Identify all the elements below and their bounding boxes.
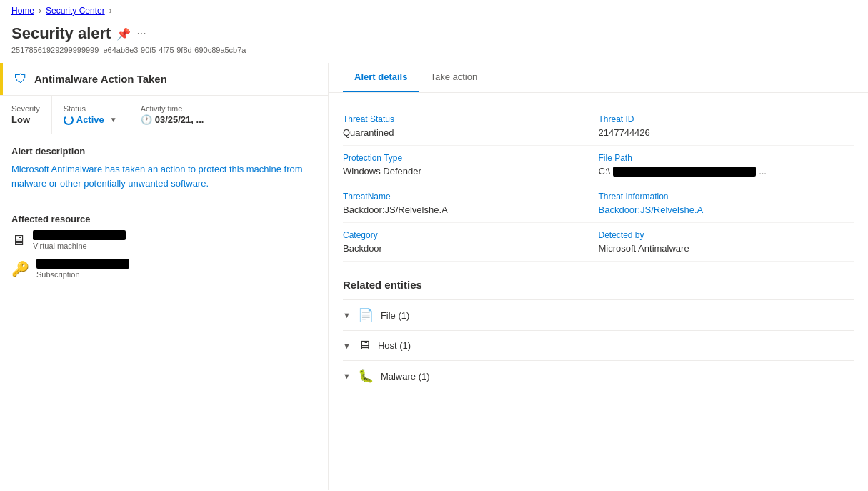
category-cell: Category Backdoor [343,223,599,262]
tab-alert-details[interactable]: Alert details [343,63,419,92]
severity-label: Severity [11,104,40,113]
key-icon: 🔑 [11,260,29,277]
host-label: Host (1) [378,340,411,351]
breadcrumb-sep2: › [109,6,112,16]
threat-id-label: Threat ID [599,114,854,124]
file-path-value: C:\ ... [599,166,854,177]
activity-label: Activity time [141,104,204,113]
severity-value: Low [11,114,40,125]
breadcrumb-home[interactable]: Home [11,6,34,16]
activity-value: 🕐 03/25/21, ... [141,114,204,125]
breadcrumb: Home › Security Center › [0,0,868,21]
entity-host[interactable]: ▼ 🖥 Host (1) [343,330,854,360]
threat-status-cell: Threat Status Quarantined [343,107,599,146]
pin-icon[interactable]: 📌 [116,27,131,41]
entity-file[interactable]: ▼ 📄 File (1) [343,299,854,330]
file-label: File (1) [381,310,409,321]
category-label: Category [343,230,599,240]
status-meta: Status Active ▼ [52,96,129,134]
description-text: Microsoft Antimalware has taken an actio… [11,162,316,190]
alert-title-section: 🛡 Antimalware Action Taken [0,63,328,95]
threat-name-value: Backdoor:JS/Relvelshe.A [343,204,599,215]
sub-info: Subscription [36,259,129,279]
status-label: Status [64,104,117,113]
threat-id-cell: Threat ID 2147744426 [599,107,854,146]
threat-status-value: Quarantined [343,127,599,138]
malware-icon: 🐛 [358,368,374,384]
sub-resource: 🔑 Subscription [11,259,316,279]
file-chevron: ▼ [343,311,351,319]
detected-by-cell: Detected by Microsoft Antimalware [599,223,854,262]
related-entities-section: Related entities ▼ 📄 File (1) ▼ 🖥 Host (… [343,279,854,391]
vm-resource: 🖥 Virtual machine [11,230,316,250]
detected-by-value: Microsoft Antimalware [599,243,854,254]
malware-label: Malware (1) [381,371,430,382]
threat-id-value: 2147744426 [599,127,854,138]
affected-resource-title: Affected resource [11,214,316,224]
activity-meta: Activity time 🕐 03/25/21, ... [129,96,216,134]
sub-name-redacted [36,259,129,269]
threat-info-value[interactable]: Backdoor:JS/Relvelshe.A [599,204,854,215]
divider1 [11,202,316,202]
file-icon: 📄 [358,307,374,323]
category-value: Backdoor [343,243,599,254]
main-layout: 🛡 Antimalware Action Taken Severity Low … [0,63,868,490]
threat-name-label: ThreatName [343,192,599,202]
detected-by-label: Detected by [599,230,854,240]
status-chevron[interactable]: ▼ [110,116,117,124]
right-panel: Alert details Take action Threat Status … [329,63,868,490]
status-spinner [64,115,74,125]
breadcrumb-security-center[interactable]: Security Center [46,6,105,16]
page-title: Security alert [11,24,111,43]
malware-chevron: ▼ [343,372,351,380]
threat-info-label: Threat Information [599,192,854,202]
protection-type-label: Protection Type [343,153,599,163]
severity-meta: Severity Low [0,96,52,134]
alert-id: 25178561929299999999_e64ab8e3-90f5-4f75-… [11,46,857,54]
details-grid: Threat Status Quarantined Threat ID 2147… [343,107,854,262]
vm-type: Virtual machine [33,242,126,250]
host-icon: 🖥 [358,338,371,353]
tab-take-action[interactable]: Take action [419,63,489,92]
entity-malware[interactable]: ▼ 🐛 Malware (1) [343,360,854,391]
file-path-redacted [613,167,756,177]
related-entities-title: Related entities [343,279,854,291]
breadcrumb-sep1: › [39,6,41,16]
vm-name-redacted [33,230,126,240]
alert-meta: Severity Low Status Active ▼ Activity ti… [0,95,328,134]
page-header: Security alert 📌 ··· 2517856192929999999… [0,21,868,63]
left-panel: 🛡 Antimalware Action Taken Severity Low … [0,63,329,490]
file-path-label: File Path [599,153,854,163]
clock-icon: 🕐 [141,114,152,125]
threat-status-label: Threat Status [343,114,599,124]
description-title: Alert description [11,146,316,157]
protection-type-value: Windows Defender [343,166,599,177]
sub-type: Subscription [36,270,129,279]
more-icon[interactable]: ··· [136,27,146,40]
file-path-cell: File Path C:\ ... [599,146,854,184]
threat-info-cell: Threat Information Backdoor:JS/Relvelshe… [599,184,854,223]
status-value: Active ▼ [64,114,117,125]
right-content: Threat Status Quarantined Threat ID 2147… [329,93,868,490]
tabs: Alert details Take action [329,63,868,93]
alert-content: Alert description Microsoft Antimalware … [0,134,328,490]
protection-type-cell: Protection Type Windows Defender [343,146,599,184]
alert-title: Antimalware Action Taken [34,73,167,85]
host-chevron: ▼ [343,342,351,350]
shield-icon: 🛡 [14,71,27,86]
threat-name-cell: ThreatName Backdoor:JS/Relvelshe.A [343,184,599,223]
vm-info: Virtual machine [33,230,126,250]
vm-icon: 🖥 [11,232,26,249]
